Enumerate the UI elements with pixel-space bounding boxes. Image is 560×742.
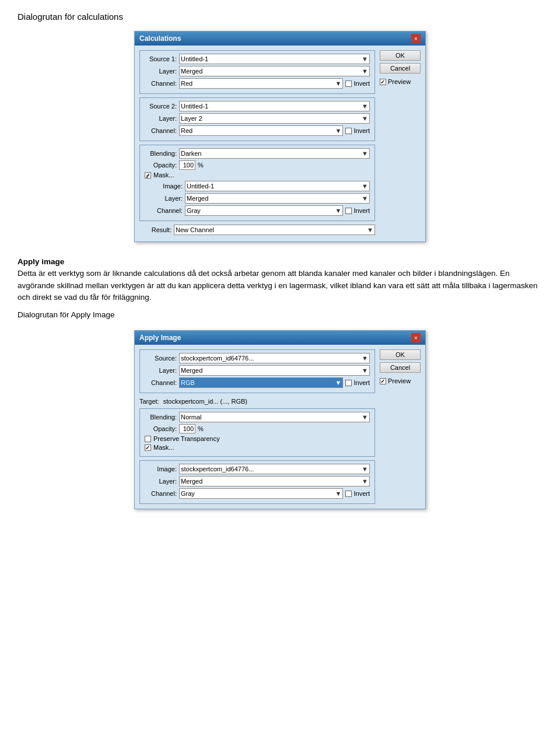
apply-invert-checkbox[interactable] (345, 380, 352, 386)
calc-channel-m-row: Channel: Gray ▼ Invert (145, 205, 370, 216)
apply-channel-row: Channel: RGB ▼ Invert (145, 377, 370, 388)
calc-invert-m-checkbox[interactable] (345, 208, 352, 214)
apply-layer-row: Layer: Merged ▼ (145, 365, 370, 376)
calculations-dialog-wrapper: Calculations × Source 1: Untitled-1 ▼ La… (18, 31, 542, 242)
calc-layer2-row: Layer: Layer 2 ▼ (145, 113, 370, 124)
apply-invert-m-group: Invert (345, 490, 370, 497)
apply-invert-m-checkbox[interactable] (345, 491, 352, 497)
apply-invert-label: Invert (354, 379, 370, 386)
calc-channel2-select[interactable]: Red ▼ (179, 125, 343, 136)
calc-invert1-checkbox[interactable] (345, 80, 352, 87)
calc-channel2-arrow-icon: ▼ (335, 127, 342, 134)
apply-invert-m-label: Invert (354, 490, 370, 497)
calc-layer-m-select[interactable]: Merged ▼ (185, 193, 370, 204)
calc-channel-m-select[interactable]: Gray ▼ (185, 205, 343, 216)
apply-source-arrow-icon: ▼ (362, 355, 368, 362)
calc-opacity-input[interactable] (179, 160, 195, 170)
calc-opacity-row: Opacity: % (145, 160, 370, 170)
apply-body: Source: stockxpertcom_id64776... ▼ Layer… (135, 345, 425, 509)
calc-close-button[interactable]: × (411, 34, 421, 43)
calc-mask-checkbox[interactable]: ✓ (145, 172, 151, 178)
calc-preview-checkbox[interactable]: ✓ (380, 79, 386, 85)
apply-channel-m-arrow-icon: ▼ (335, 490, 342, 497)
calc-source1-select[interactable]: Untitled-1 ▼ (179, 54, 370, 64)
calc-layer2-label: Layer: (145, 115, 177, 122)
calc-sidebar: OK Cancel ✓ Preview (380, 50, 421, 237)
calc-cancel-button[interactable]: Cancel (380, 63, 421, 74)
apply-mask-section: Image: stockxpertcom_id64776... ▼ Layer:… (139, 460, 375, 504)
apply-sidebar: OK Cancel ✓ Preview (380, 349, 421, 504)
apply-blending-section: Blending: Normal ▼ Opacity: % Preserve T (139, 408, 375, 457)
calc-mask-label: Mask... (153, 172, 174, 178)
apply-preview-checkbox[interactable]: ✓ (380, 378, 386, 384)
calc-titlebar: Calculations × (135, 32, 425, 46)
apply-opacity-unit: % (198, 425, 204, 432)
apply-opacity-label: Opacity: (145, 425, 177, 432)
calc-body: Source 1: Untitled-1 ▼ Layer: Merged ▼ (135, 46, 425, 242)
apply-channel-m-label: Channel: (145, 490, 177, 497)
calc-result-label: Result: (139, 226, 172, 233)
calc-layer-m-label: Layer: (150, 195, 183, 202)
calc-preview-group: ✓ Preview (380, 78, 421, 85)
apply-cancel-button[interactable]: Cancel (380, 362, 421, 373)
calc-ok-button[interactable]: OK (380, 50, 421, 61)
apply-image-paragraph: Apply image Detta är ett verktyg som är … (18, 256, 542, 303)
calc-layer1-row: Layer: Merged ▼ (145, 66, 370, 76)
apply-target-row: Target: stockxpertcom_id... (..., RGB) (139, 397, 375, 406)
calc-blending-select[interactable]: Darken ▼ (179, 148, 370, 159)
apply-preserve-checkbox[interactable] (145, 436, 151, 442)
apply-invert-group: Invert (345, 379, 370, 386)
calc-source1-arrow-icon: ▼ (362, 55, 368, 62)
calc-invert2-group: Invert (345, 127, 370, 134)
apply-blending-select[interactable]: Normal ▼ (179, 412, 370, 422)
apply-opacity-input[interactable] (179, 424, 195, 433)
calculations-dialog: Calculations × Source 1: Untitled-1 ▼ La… (134, 31, 426, 242)
apply-channel-arrow-icon: ▼ (335, 379, 342, 386)
calc-channel-m-arrow-icon: ▼ (335, 207, 342, 214)
calc-invert2-checkbox[interactable] (345, 128, 352, 134)
calc-channel1-row: Channel: Red ▼ Invert (145, 78, 370, 89)
apply-channel-m-select[interactable]: Gray ▼ (179, 488, 343, 499)
apply-image-row: Image: stockxpertcom_id64776... ▼ (145, 464, 370, 474)
apply-channel-select[interactable]: RGB ▼ (179, 377, 343, 388)
calc-channel1-label: Channel: (145, 80, 177, 87)
calc-layer1-select[interactable]: Merged ▼ (179, 66, 370, 76)
calc-result-select[interactable]: New Channel ▼ (174, 225, 375, 235)
apply-layer-label: Layer: (145, 367, 177, 374)
apply-image-dialog: Apply Image × Source: stockxpertcom_id64… (134, 330, 426, 509)
apply-layer-select[interactable]: Merged ▼ (179, 365, 370, 376)
calc-channel1-arrow-icon: ▼ (335, 80, 342, 87)
calc-source2-section: Source 2: Untitled-1 ▼ Layer: Layer 2 ▼ (139, 97, 375, 141)
calc-source2-select[interactable]: Untitled-1 ▼ (179, 101, 370, 111)
calc-image-select[interactable]: Untitled-1 ▼ (185, 181, 370, 191)
apply-mask-checkbox[interactable]: ✓ (145, 444, 151, 451)
apply-layer-arrow-icon: ▼ (362, 367, 368, 374)
calc-layer-m-arrow-icon: ▼ (362, 195, 368, 202)
apply-channel-label: Channel: (145, 379, 177, 386)
apply-target-label: Target: (139, 398, 159, 405)
calc-source2-label: Source 2: (145, 103, 177, 110)
calc-layer1-arrow-icon: ▼ (362, 68, 368, 75)
calc-mask-row: ✓ Mask... (145, 172, 370, 178)
apply-opacity-row: Opacity: % (145, 424, 370, 433)
calc-image-label: Image: (150, 183, 183, 190)
apply-preview-group: ✓ Preview (380, 377, 421, 384)
apply-image-select[interactable]: stockxpertcom_id64776... ▼ (179, 464, 370, 474)
calc-image-arrow-icon: ▼ (362, 183, 368, 190)
calc-source1-section: Source 1: Untitled-1 ▼ Layer: Merged ▼ (139, 50, 375, 94)
apply-ok-button[interactable]: OK (380, 349, 421, 360)
calc-invert1-group: Invert (345, 80, 370, 87)
calc-channel1-select[interactable]: Red ▼ (179, 78, 343, 89)
calc-layer2-select[interactable]: Layer 2 ▼ (179, 113, 370, 124)
calc-invert1-label: Invert (354, 80, 370, 87)
apply-main: Source: stockxpertcom_id64776... ▼ Layer… (139, 349, 375, 504)
apply-source-select[interactable]: stockxpertcom_id64776... ▼ (179, 353, 370, 363)
apply-channel-m-row: Channel: Gray ▼ Invert (145, 488, 370, 499)
apply-layer-m-select[interactable]: Merged ▼ (179, 476, 370, 487)
apply-blending-arrow-icon: ▼ (362, 414, 368, 421)
calc-blending-label: Blending: (145, 150, 177, 157)
calc-title: Calculations (139, 34, 181, 43)
calc-layer-m-row: Layer: Merged ▼ (145, 193, 370, 204)
apply-blending-row: Blending: Normal ▼ (145, 412, 370, 422)
apply-close-button[interactable]: × (411, 333, 421, 342)
